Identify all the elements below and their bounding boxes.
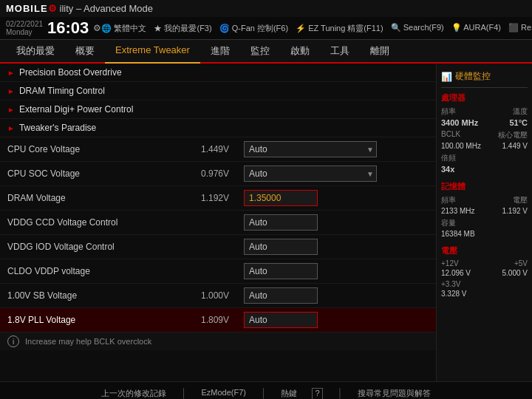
cldo-input[interactable] — [244, 263, 318, 279]
setting-label-dram: DRAM Voltage — [0, 186, 177, 211]
core-voltage-label: 核心電壓 — [498, 130, 528, 140]
separator: │ — [181, 388, 187, 399]
setting-label-vddg-ccd: VDDG CCD Voltage Control — [0, 211, 177, 235]
hotkey-link[interactable]: 熱鍵 — [281, 388, 297, 399]
separator: │ — [261, 388, 267, 399]
setting-input-cpu-soc[interactable]: Auto ▼ — [236, 162, 436, 186]
setting-label-pll: 1.8V PLL Voltage — [0, 308, 177, 332]
setting-label-vddg-iod: VDDG IOD Voltage Control — [0, 235, 177, 259]
setting-label-sb: 1.00V SB Voltage — [0, 284, 177, 308]
sb-input[interactable] — [244, 287, 318, 304]
monitor-row: 100.00 MHz 1.449 V — [441, 142, 528, 150]
toolbar-icons: 🌐 繁體中文 ★ 我的最愛(F3) 🌀 Q-Fan 控制(F6) ⚡ EZ Tu… — [101, 23, 532, 34]
logo: MOBILE — [6, 3, 48, 14]
setting-input-cldo[interactable] — [236, 259, 436, 284]
main-layout: ► Precision Boost Overdrive ► DRAM Timin… — [0, 64, 532, 381]
date: 02/22/2021 — [6, 20, 43, 28]
time: 16:03 — [47, 18, 89, 38]
logo-icon: ⚙ — [48, 3, 57, 14]
setting-input-vddg-ccd[interactable] — [236, 211, 436, 235]
info-bar-bottom: i Increase may help BCLK overclock — [0, 332, 436, 350]
monitor-row: 12.096 V 5.000 V — [441, 269, 528, 277]
pbo-arrow: ► — [7, 69, 15, 77]
app-title: ility – Advanced Mode — [60, 3, 153, 14]
setting-value-cldo — [177, 259, 236, 284]
toolbar-qfan[interactable]: 🌀 Q-Fan 控制(F6) — [219, 23, 288, 34]
digi-label: External Digi+ Power Control — [19, 104, 133, 115]
nav-item-tools[interactable]: 工具 — [320, 40, 360, 64]
nav-item-overview[interactable]: 概要 — [65, 40, 105, 64]
toolbar-lang[interactable]: 🌐 繁體中文 — [101, 23, 146, 34]
cpu-freq-value: 3400 MHz — [441, 118, 478, 127]
12v-value: 12.096 V — [441, 269, 471, 277]
table-row: CPU SOC Voltage 0.976V Auto ▼ — [0, 162, 436, 186]
vddg-ccd-input[interactable] — [244, 214, 318, 231]
right-panel: 📊 硬體監控 處理器 頻率 溫度 3400 MHz 51°C BCLK 核心電壓… — [436, 64, 532, 381]
setting-input-sb[interactable] — [236, 284, 436, 308]
setting-value-cpu-soc: 0.976V — [177, 162, 236, 186]
setting-value-vddg-iod — [177, 235, 236, 259]
settings-icon[interactable]: ⚙ — [93, 23, 101, 33]
toolbar-resize[interactable]: ⬛ ReSize BAR — [508, 23, 532, 34]
setting-input-cpu-core[interactable]: Auto ▼ — [236, 137, 436, 162]
nav-item-monitor[interactable]: 監控 — [240, 40, 280, 64]
table-row: 1.8V PLL Voltage 1.809V — [0, 308, 436, 332]
nav-item-exit[interactable]: 離開 — [360, 40, 400, 64]
monitor-row: +3.3V — [441, 280, 528, 288]
3v-value: 3.328 V — [441, 290, 466, 298]
nav-item-boot[interactable]: 啟動 — [280, 40, 320, 64]
settings-table: CPU Core Voltage 1.449V Auto ▼ CPU SOC V… — [0, 137, 436, 332]
section-dram[interactable]: ► DRAM Timing Control — [0, 82, 436, 100]
paradise-label: Tweaker's Paradise — [19, 123, 96, 133]
vddg-iod-input[interactable] — [244, 239, 318, 255]
section-pbo[interactable]: ► Precision Boost Overdrive — [0, 64, 436, 82]
cpu-core-dropdown[interactable]: Auto — [244, 141, 377, 157]
pbo-label: Precision Boost Overdrive — [19, 67, 122, 78]
ezmode-link[interactable]: EzMode(F7) — [201, 388, 246, 399]
capacity-value: 16384 MB — [441, 230, 475, 238]
setting-input-vddg-iod[interactable] — [236, 235, 436, 259]
nav-item-fav[interactable]: 我的最愛 — [6, 40, 65, 64]
freq-label: 頻率 — [441, 106, 456, 117]
setting-input-pll[interactable] — [236, 308, 436, 332]
core-voltage-value: 1.449 V — [502, 142, 528, 150]
nav-bar: 我的最愛 概要 Extreme Tweaker 進階 監控 啟動 工具 離開 — [0, 40, 532, 64]
setting-value-dram: 1.192V — [177, 186, 236, 211]
nav-item-advanced[interactable]: 進階 — [200, 40, 240, 64]
section-paradise[interactable]: ► Tweaker's Paradise — [0, 119, 436, 137]
multiplier-label: 倍頻 — [441, 153, 456, 163]
monitor-row: 頻率 電壓 — [441, 195, 528, 205]
table-row: DRAM Voltage 1.192V — [0, 186, 436, 211]
monitor-icon: 📊 — [441, 72, 452, 82]
title-bar: MOBILE ⚙ ility – Advanced Mode — [0, 0, 532, 17]
section-digi[interactable]: ► External Digi+ Power Control — [0, 100, 436, 119]
day: Monday — [6, 28, 43, 36]
setting-input-dram[interactable] — [236, 186, 436, 211]
12v-label: +12V — [441, 259, 459, 267]
last-change-link[interactable]: 上一次的修改記錄 — [101, 388, 166, 399]
monitor-row: +12V +5V — [441, 259, 528, 267]
cpu-soc-dropdown[interactable]: Auto — [244, 166, 377, 182]
info-message: Increase may help BCLK overclock — [25, 337, 151, 346]
dram-input[interactable] — [244, 190, 318, 206]
help-link[interactable]: 搜尋常見問題與解答 — [358, 388, 431, 399]
toolbar-search[interactable]: 🔍 Search(F9) — [391, 23, 444, 34]
mem-freq-value: 2133 MHz — [441, 207, 475, 215]
monitor-memory-title: 記憶體 — [441, 181, 528, 192]
digi-arrow: ► — [7, 106, 15, 114]
table-row: CLDO VDDP voltage — [0, 259, 436, 284]
nav-item-tweaker[interactable]: Extreme Tweaker — [105, 40, 200, 64]
monitor-row: 16384 MB — [441, 230, 528, 238]
dram-label: DRAM Timing Control — [19, 86, 105, 96]
toolbar-fav[interactable]: ★ 我的最愛(F3) — [154, 23, 211, 34]
monitor-row: 頻率 溫度 — [441, 106, 528, 117]
5v-label: +5V — [514, 259, 528, 267]
toolbar-aura[interactable]: 💡 AURA(F4) — [451, 23, 501, 34]
toolbar-ez[interactable]: ⚡ EZ Tuning 精靈(F11) — [296, 23, 383, 34]
monitor-memory: 記憶體 頻率 電壓 2133 MHz 1.192 V 容量 16384 MB — [441, 181, 528, 238]
table-row: VDDG CCD Voltage Control — [0, 211, 436, 235]
mem-voltage-label: 電壓 — [513, 195, 528, 205]
monitor-row: 3400 MHz 51°C — [441, 118, 528, 127]
3v-label: +3.3V — [441, 280, 460, 288]
pll-input[interactable] — [244, 312, 318, 328]
